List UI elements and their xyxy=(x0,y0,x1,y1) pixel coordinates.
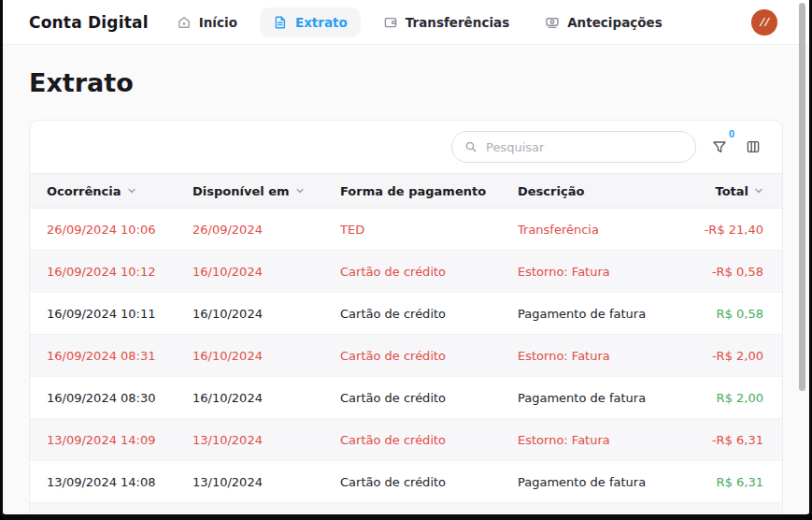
cell-ocorrencia: 13/09/2024 14:09 xyxy=(47,433,192,447)
wallet-icon xyxy=(383,15,398,30)
cell-forma-pagamento: Cartão de crédito xyxy=(340,307,518,321)
table-row: 13/09/2024 14:08 13/10/2024 Cartão de cr… xyxy=(30,461,782,503)
table-row: 26/09/2024 10:06 26/09/2024 TED Transfer… xyxy=(30,209,782,251)
column-header-total[interactable]: Total xyxy=(659,184,763,198)
cell-total: -R$ 6,31 xyxy=(659,433,763,447)
avatar-glyph: // xyxy=(760,16,769,28)
chevron-down-icon xyxy=(295,186,305,195)
columns-button[interactable] xyxy=(743,137,763,157)
cell-descricao: Estorno: Fatura xyxy=(518,265,659,279)
chevron-down-icon xyxy=(754,186,763,195)
cell-disponivel-em: 26/09/2024 xyxy=(192,223,340,237)
cell-total: -R$ 0,58 xyxy=(659,265,763,279)
search-icon xyxy=(463,139,478,154)
cell-ocorrencia: 13/09/2024 14:08 xyxy=(47,475,192,489)
avatar[interactable]: // xyxy=(751,9,777,36)
table-body: 26/09/2024 10:06 26/09/2024 TED Transfer… xyxy=(30,209,782,503)
nav-label: Antecipações xyxy=(567,15,662,30)
cell-disponivel-em: 16/10/2024 xyxy=(192,265,340,279)
table-row: 16/09/2024 10:11 16/10/2024 Cartão de cr… xyxy=(30,293,782,335)
cell-disponivel-em: 16/10/2024 xyxy=(192,307,340,321)
nav-item-antecipacoes[interactable]: Antecipações xyxy=(532,7,676,37)
search-input[interactable] xyxy=(486,140,684,154)
column-header-forma-pagamento: Forma de pagamento xyxy=(340,184,518,198)
cell-forma-pagamento: Cartão de crédito xyxy=(340,475,518,489)
cell-forma-pagamento: Cartão de crédito xyxy=(340,433,518,447)
cell-descricao: Pagamento de fatura xyxy=(518,475,659,489)
main-nav: Início Extrato xyxy=(164,7,676,37)
cell-descricao: Pagamento de fatura xyxy=(518,391,659,405)
table-row: 16/09/2024 08:31 16/10/2024 Cartão de cr… xyxy=(30,335,782,377)
document-icon xyxy=(273,15,288,30)
cell-total: -R$ 21,40 xyxy=(659,223,763,237)
filter-funnel-icon xyxy=(711,138,728,155)
cell-disponivel-em: 13/10/2024 xyxy=(192,433,340,447)
top-nav-bar: Conta Digital Início xyxy=(3,0,809,45)
home-icon xyxy=(177,15,192,30)
brand-logo: Conta Digital xyxy=(29,13,149,32)
page-content: Extrato 0 xyxy=(3,68,809,517)
nav-item-inicio[interactable]: Início xyxy=(164,7,250,37)
column-label: Descrição xyxy=(518,184,584,198)
cell-forma-pagamento: TED xyxy=(340,223,518,237)
column-header-ocorrencia[interactable]: Ocorrência xyxy=(47,184,192,198)
cell-descricao: Transferência xyxy=(518,223,659,237)
cell-forma-pagamento: Cartão de crédito xyxy=(340,391,518,405)
nav-label: Início xyxy=(199,15,237,30)
cell-total: R$ 0,58 xyxy=(659,307,763,321)
column-label: Disponível em xyxy=(192,184,290,198)
nav-label: Transferências xyxy=(406,15,509,30)
columns-icon xyxy=(745,138,762,155)
cell-total: -R$ 2,00 xyxy=(659,349,763,363)
cell-total: R$ 6,31 xyxy=(659,475,763,489)
table-header-row: Ocorrência Disponível em Forma de pagame… xyxy=(30,173,782,209)
cell-ocorrencia: 16/09/2024 08:31 xyxy=(47,349,192,363)
column-label: Ocorrência xyxy=(47,184,121,198)
statement-card: 0 xyxy=(29,120,783,517)
filter-button[interactable]: 0 xyxy=(709,137,730,157)
cell-descricao: Pagamento de fatura xyxy=(518,307,659,321)
table-row: 13/09/2024 14:09 13/10/2024 Cartão de cr… xyxy=(30,419,782,461)
cell-ocorrencia: 16/09/2024 10:12 xyxy=(47,265,192,279)
table-row: 16/09/2024 08:30 16/10/2024 Cartão de cr… xyxy=(30,377,782,419)
nav-item-transferencias[interactable]: Transferências xyxy=(370,7,522,37)
cell-disponivel-em: 16/10/2024 xyxy=(192,349,340,363)
filter-count-badge: 0 xyxy=(729,128,734,139)
app-window: Conta Digital Início xyxy=(0,0,812,520)
banknote-icon xyxy=(545,15,560,30)
search-box xyxy=(451,131,696,163)
table-toolbar: 0 xyxy=(30,121,782,173)
chevron-down-icon xyxy=(127,186,136,195)
cell-disponivel-em: 13/10/2024 xyxy=(192,475,340,489)
cell-disponivel-em: 16/10/2024 xyxy=(192,391,340,405)
vertical-scrollbar-thumb[interactable] xyxy=(799,3,805,391)
column-label: Forma de pagamento xyxy=(340,184,486,198)
cell-forma-pagamento: Cartão de crédito xyxy=(340,349,518,363)
nav-item-extrato[interactable]: Extrato xyxy=(260,7,361,37)
cell-ocorrencia: 26/09/2024 10:06 xyxy=(47,223,192,237)
nav-label: Extrato xyxy=(295,15,348,30)
cell-ocorrencia: 16/09/2024 10:11 xyxy=(47,307,192,321)
column-header-descricao: Descrição xyxy=(518,184,659,198)
page-title: Extrato xyxy=(29,68,783,97)
cell-descricao: Estorno: Fatura xyxy=(518,433,659,447)
table-row: 16/09/2024 10:12 16/10/2024 Cartão de cr… xyxy=(30,251,782,293)
column-header-disponivel[interactable]: Disponível em xyxy=(192,184,340,198)
cell-ocorrencia: 16/09/2024 08:30 xyxy=(47,391,192,405)
column-label: Total xyxy=(715,184,748,198)
partial-next-row xyxy=(30,503,782,516)
cell-descricao: Estorno: Fatura xyxy=(518,349,659,363)
cell-forma-pagamento: Cartão de crédito xyxy=(340,265,518,279)
cell-total: R$ 2,00 xyxy=(659,391,763,405)
